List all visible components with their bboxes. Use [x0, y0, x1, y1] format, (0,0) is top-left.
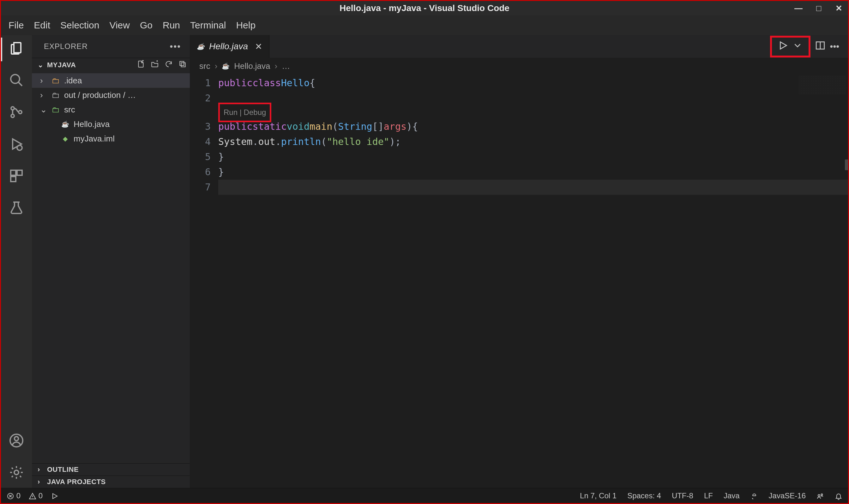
tab-hello-java[interactable]: ☕ Hello.java ✕: [190, 35, 269, 58]
status-live-share-icon[interactable]: [816, 491, 824, 500]
svg-point-3: [11, 114, 14, 118]
activity-testing[interactable]: [9, 200, 24, 218]
tab-close-icon[interactable]: ✕: [255, 41, 262, 52]
chevron-right-icon: ›: [40, 90, 47, 100]
explorer-section-header[interactable]: ⌄ MYJAVA: [32, 58, 190, 72]
menu-go[interactable]: Go: [140, 20, 152, 31]
menu-run[interactable]: Run: [163, 20, 180, 31]
status-java-ready[interactable]: [51, 491, 58, 500]
menu-edit[interactable]: Edit: [34, 20, 50, 31]
collapse-all-icon[interactable]: [178, 60, 187, 70]
status-bell-icon[interactable]: [835, 491, 842, 500]
outline-label: OUTLINE: [47, 466, 79, 474]
status-eol[interactable]: LF: [704, 491, 713, 500]
status-feedback-icon[interactable]: [751, 491, 758, 500]
code-line[interactable]: public class Hello {: [218, 75, 848, 91]
code-editor[interactable]: 1234567 public class Hello { Run | Debug…: [190, 74, 848, 488]
svg-point-2: [11, 107, 14, 110]
outline-section[interactable]: › OUTLINE: [32, 463, 190, 475]
menu-help[interactable]: Help: [236, 20, 255, 31]
java-icon: ☕: [60, 120, 70, 128]
tree-folder[interactable]: ›🗀out / production / …: [32, 88, 190, 102]
status-language[interactable]: Java: [724, 491, 740, 500]
minimap[interactable]: [799, 75, 846, 94]
new-file-icon[interactable]: [137, 60, 145, 70]
scroll-handle[interactable]: [845, 160, 848, 170]
breadcrumb-more[interactable]: …: [282, 61, 290, 71]
chevron-right-icon: ›: [40, 76, 47, 86]
code-line[interactable]: [218, 180, 848, 195]
activity-extensions[interactable]: [9, 168, 24, 186]
tree-folder[interactable]: ⌄🗀src: [32, 102, 190, 117]
minimize-icon[interactable]: —: [794, 3, 803, 13]
java-icon: ☕: [222, 62, 230, 70]
maximize-icon[interactable]: □: [814, 3, 824, 13]
svg-marker-27: [53, 493, 57, 499]
code-line[interactable]: [218, 91, 848, 106]
tree-file[interactable]: ☕Hello.java: [32, 117, 190, 131]
java-projects-section[interactable]: › JAVA PROJECTS: [32, 475, 190, 488]
sidebar: EXPLORER ••• ⌄ MYJAVA ›🗀.idea›🗀out / pro…: [32, 35, 190, 488]
status-encoding[interactable]: UTF-8: [672, 491, 693, 500]
activity-search[interactable]: [9, 73, 24, 90]
breadcrumb-separator: ›: [215, 61, 218, 71]
menubar: File Edit Selection View Go Run Terminal…: [1, 16, 848, 35]
breadcrumb-src[interactable]: src: [199, 61, 210, 71]
run-button[interactable]: [778, 40, 788, 53]
code-lines[interactable]: public class Hello { Run | Debug public …: [218, 74, 848, 488]
chevron-down-icon: ⌄: [38, 61, 44, 69]
menu-selection[interactable]: Selection: [60, 20, 99, 31]
svg-rect-8: [17, 170, 22, 175]
run-dropdown-icon[interactable]: [792, 40, 803, 53]
chevron-down-icon: ⌄: [40, 105, 47, 115]
status-jdk[interactable]: JavaSE-16: [769, 491, 806, 500]
status-errors-count: 0: [16, 491, 20, 500]
status-warnings[interactable]: 0: [29, 491, 43, 500]
explorer-section-actions: [137, 60, 187, 70]
new-folder-icon[interactable]: [151, 60, 159, 70]
svg-line-1: [18, 82, 22, 86]
status-position[interactable]: Ln 7, Col 1: [580, 491, 616, 500]
code-line[interactable]: System.out.println("hello ide");: [218, 134, 848, 149]
sidebar-header: EXPLORER •••: [32, 35, 190, 58]
svg-point-12: [14, 470, 19, 475]
sidebar-title: EXPLORER: [44, 42, 88, 51]
sidebar-more-icon[interactable]: •••: [170, 41, 181, 52]
status-warnings-count: 0: [38, 491, 43, 500]
tree-folder[interactable]: ›🗀.idea: [32, 73, 190, 88]
code-line[interactable]: public static void main(String[] args) {: [218, 119, 848, 134]
menu-view[interactable]: View: [109, 20, 129, 31]
activity-run-debug[interactable]: [9, 137, 24, 154]
status-spaces[interactable]: Spaces: 4: [627, 491, 661, 500]
titlebar: Hello.java - myJava - Visual Studio Code…: [1, 1, 848, 16]
svg-rect-18: [181, 63, 185, 67]
explorer-section-title: MYJAVA: [47, 61, 76, 69]
breadcrumb-file[interactable]: Hello.java: [234, 61, 270, 71]
tree-label: src: [64, 105, 190, 115]
codelens-run[interactable]: Run: [223, 108, 237, 116]
code-line[interactable]: }: [218, 164, 848, 180]
codelens-debug[interactable]: Debug: [244, 108, 266, 116]
activity-explorer[interactable]: [9, 41, 24, 58]
activity-source-control[interactable]: [9, 105, 24, 122]
menu-terminal[interactable]: Terminal: [190, 20, 226, 31]
code-line[interactable]: }: [218, 149, 848, 164]
chevron-right-icon: ›: [38, 478, 44, 486]
breadcrumbs[interactable]: src › ☕ Hello.java › …: [190, 58, 848, 74]
tree-file[interactable]: ◆myJava.iml: [32, 131, 190, 146]
folder-icon: 🗀: [51, 90, 60, 100]
breadcrumb-separator: ›: [275, 61, 278, 71]
more-actions-icon[interactable]: •••: [830, 41, 839, 52]
activity-accounts[interactable]: [9, 433, 24, 450]
split-editor-icon[interactable]: [815, 40, 826, 53]
refresh-icon[interactable]: [165, 60, 173, 70]
activity-settings[interactable]: [9, 465, 24, 482]
status-errors[interactable]: 0: [7, 491, 20, 500]
java-icon: ☕: [197, 43, 205, 50]
window-controls: — □ ✕: [794, 3, 844, 13]
file-tree: ›🗀.idea›🗀out / production / …⌄🗀src☕Hello…: [32, 72, 190, 463]
menu-file[interactable]: File: [8, 20, 24, 31]
java-projects-label: JAVA PROJECTS: [47, 478, 106, 486]
svg-point-0: [11, 74, 20, 83]
close-icon[interactable]: ✕: [834, 3, 844, 13]
